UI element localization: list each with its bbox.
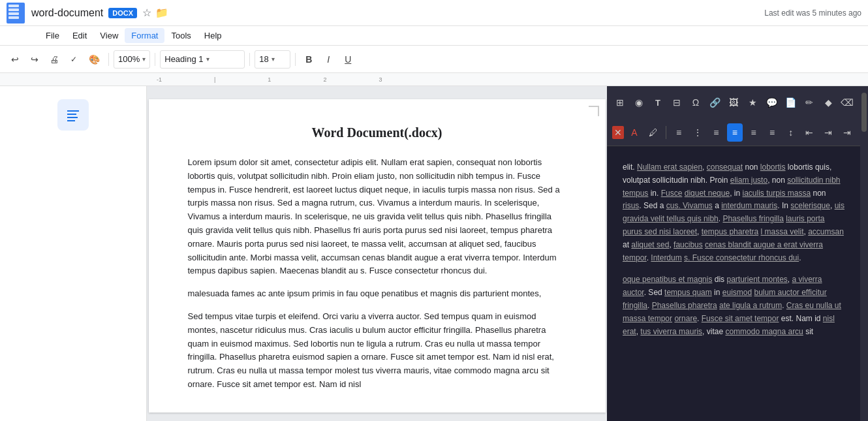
bold-button[interactable]: B	[300, 50, 317, 69]
fontsize-dropdown[interactable]: 18 ▾	[255, 50, 290, 69]
fontsize-value: 18	[259, 54, 268, 64]
page-corner	[589, 106, 599, 116]
menu-tools[interactable]: Tools	[164, 28, 197, 43]
ruler-inner: -1 | 1 2 3	[157, 76, 548, 83]
right-toolbar-2: ✕ A 🖊 ≡ ⋮ ≡ ≡ ≡ ≡ ↕ ⇤ ⇥ ⇥	[607, 119, 860, 146]
outline-button[interactable]	[57, 99, 89, 131]
rt-link-icon[interactable]: 🔗	[707, 93, 722, 112]
rt-align-right-icon[interactable]: ≡	[745, 123, 762, 142]
svg-rect-2	[67, 117, 78, 118]
style-arrow: ▾	[206, 55, 209, 63]
menu-file[interactable]: File	[39, 28, 66, 43]
title-bar: word-document DOCX ☆ 📁 Last edit was 5 m…	[0, 0, 868, 26]
zoom-dropdown[interactable]: 100% ▾	[114, 50, 150, 69]
ruler-mark-3: 3	[379, 76, 382, 83]
outline-icon	[65, 107, 81, 123]
ruler: -1 | 1 2 3	[0, 73, 868, 86]
main-area: Word Document(.docx) Lorem ipsum dolor s…	[0, 86, 868, 421]
ruler-mark-1: 1	[268, 76, 271, 83]
menu-view[interactable]: View	[93, 28, 125, 43]
underline-button[interactable]: U	[339, 50, 356, 69]
rt-align-left-icon[interactable]: ≡	[708, 123, 724, 142]
rt-text-icon[interactable]: T	[650, 93, 666, 112]
svg-rect-1	[67, 114, 76, 115]
rt-comment-icon[interactable]: 💬	[764, 93, 779, 112]
rt-image-icon[interactable]: 🖼	[726, 93, 741, 112]
menu-help[interactable]: Help	[198, 28, 228, 43]
docx-badge: DOCX	[108, 8, 137, 18]
print-button[interactable]: 🖨	[46, 50, 63, 69]
paintformat-button[interactable]: 🎨	[85, 50, 104, 69]
toolbar-separator-3	[249, 53, 250, 66]
svg-rect-0	[67, 110, 79, 112]
ruler-mark-neg1: -1	[157, 76, 162, 83]
rt-separator-1	[666, 126, 666, 139]
style-value: Heading 1	[164, 54, 203, 64]
doc-title: Word Document(.docx)	[188, 125, 566, 140]
style-dropdown[interactable]: Heading 1 ▾	[160, 50, 245, 69]
zoom-value: 100%	[118, 54, 140, 64]
rt-indent-less-icon[interactable]: ⇤	[801, 123, 818, 142]
rt-chart-icon[interactable]: ◉	[631, 93, 647, 112]
rt-strikethrough-icon[interactable]: ✕	[612, 126, 624, 139]
left-panel	[0, 86, 147, 421]
redo-button[interactable]: ↪	[26, 50, 43, 69]
doc-paragraph-1: Lorem ipsum dolor sit amet, consectetur …	[188, 156, 566, 278]
doc-canvas: Word Document(.docx) Lorem ipsum dolor s…	[147, 86, 607, 421]
fontsize-arrow: ▾	[271, 55, 275, 63]
doc-icon	[7, 3, 25, 23]
rt-align-center-icon[interactable]: ≡	[727, 123, 743, 142]
rt-align-justify-icon[interactable]: ≡	[764, 123, 781, 142]
italic-button[interactable]: I	[320, 50, 337, 69]
rt-diamond-icon[interactable]: ◆	[820, 93, 836, 112]
last-edit-text: Last edit was 5 minutes ago	[764, 8, 861, 18]
right-content: elit. Nullam erat sapien, consequat non …	[623, 161, 852, 347]
toolbar: ↩ ↪ 🖨 ✓ 🎨 100% ▾ Heading 1 ▾ 18 ▾ B I U	[0, 46, 868, 73]
right-para-2: oque penatibus et magnis dis parturient …	[623, 273, 845, 338]
svg-rect-3	[67, 120, 75, 121]
scrollbar[interactable]	[860, 86, 868, 421]
doc-paragraph-2: malesuada fames ac ante ipsum primis in …	[188, 287, 566, 301]
rt-highlight-icon[interactable]: 🖊	[645, 123, 661, 142]
rt-doc2-icon[interactable]: 📄	[783, 93, 798, 112]
rt-numlist-icon[interactable]: ⋮	[689, 123, 705, 142]
folder-icon[interactable]: 📁	[155, 7, 168, 19]
rt-eraser-icon[interactable]: ⌫	[839, 93, 855, 112]
spellcheck-button[interactable]: ✓	[65, 50, 82, 69]
menu-edit[interactable]: Edit	[66, 28, 93, 43]
ruler-mark-2: 2	[323, 76, 326, 83]
doc-page: Word Document(.docx) Lorem ipsum dolor s…	[149, 99, 606, 413]
rt-indent-more-icon[interactable]: ⇥	[820, 123, 837, 142]
rt-omega-icon[interactable]: Ω	[688, 93, 704, 112]
rt-lineheight-icon[interactable]: ↕	[783, 123, 799, 142]
scrollbar-thumb[interactable]	[861, 93, 867, 132]
doc-paragraph-3: Sed tempus vitae turpis et eleifend. Orc…	[188, 310, 566, 392]
rt-indent3-icon[interactable]: ⇥	[839, 123, 855, 142]
rt-grid-icon[interactable]: ⊞	[612, 93, 628, 112]
menu-format[interactable]: Format	[125, 28, 164, 43]
toolbar-separator-4	[295, 53, 296, 66]
right-para-1: elit. Nullam erat sapien, consequat non …	[623, 161, 845, 264]
rt-fontcolor-icon[interactable]: A	[627, 123, 643, 142]
right-panel: ⊞ ◉ T ⊟ Ω 🔗 🖼 ★ 💬 📄 ✏ ◆ ⌫ ✕ A 🖊 ≡ ⋮ ≡ ≡ …	[607, 86, 868, 421]
rt-bookmark-icon[interactable]: ★	[745, 93, 760, 112]
zoom-arrow: ▾	[142, 55, 146, 63]
toolbar-separator-1	[108, 53, 109, 66]
undo-button[interactable]: ↩	[7, 50, 23, 69]
star-icon[interactable]: ☆	[142, 7, 151, 19]
toolbar-separator-2	[155, 53, 155, 66]
rt-pencil-icon[interactable]: ✏	[801, 93, 817, 112]
menu-bar: File Edit View Format Tools Help	[0, 26, 868, 46]
ruler-mark-0: |	[214, 76, 215, 83]
rt-list-icon[interactable]: ≡	[671, 123, 687, 142]
filename: word-document	[31, 7, 103, 19]
right-toolbar: ⊞ ◉ T ⊟ Ω 🔗 🖼 ★ 💬 📄 ✏ ◆ ⌫	[607, 86, 860, 119]
rt-table-icon[interactable]: ⊟	[669, 93, 685, 112]
